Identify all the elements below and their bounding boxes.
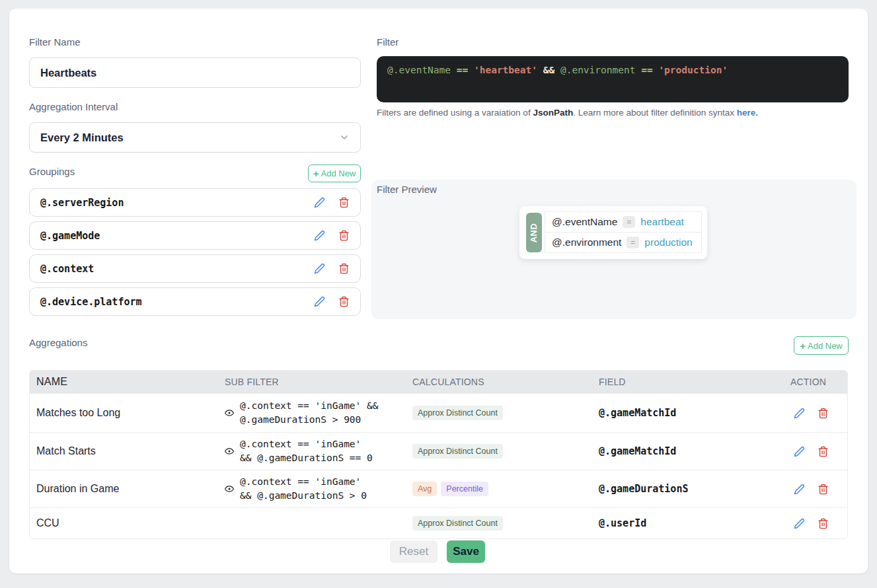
edit-pencil-icon[interactable] <box>313 263 325 275</box>
preview-condition: @.environment = production <box>545 232 702 253</box>
code-string: 'production' <box>658 65 728 75</box>
filter-name-label: Filter Name <box>29 36 81 48</box>
aggregation-interval-value: Every 2 Minutes <box>40 131 124 144</box>
and-operator-label: AND <box>529 223 539 242</box>
delete-trash-icon[interactable] <box>338 230 350 242</box>
help-prefix: Filters are defined using a varaiation o… <box>377 108 533 118</box>
plus-icon: + <box>800 341 806 351</box>
filter-preview-card: AND @.eventName = heartbeat @.environmen… <box>519 206 707 259</box>
plus-icon: + <box>313 168 319 178</box>
reset-button[interactable]: Reset <box>390 540 438 563</box>
grouping-value: @.context <box>40 263 94 275</box>
condition-operator-chip: = <box>627 237 639 249</box>
table-row: CCU Approx Distinct Count @.userId <box>30 507 847 538</box>
filter-preview-label: Filter Preview <box>377 184 437 195</box>
filter-name-value: Heartbeats <box>40 67 96 79</box>
aggregation-name: Duration in Game <box>30 483 225 495</box>
grouping-item: @.device.platform <box>29 287 361 316</box>
calculation-badge: Approx Distinct Count <box>412 516 503 531</box>
groupings-add-new-button[interactable]: + Add New <box>308 165 361 182</box>
filter-code-editor[interactable]: @.eventName == 'heartbeat' && @.environm… <box>377 56 849 102</box>
code-string: 'heartbeat' <box>474 65 537 75</box>
grouping-item: @.serverRegion <box>29 188 361 217</box>
column-header-name: NAME <box>30 376 225 388</box>
calculation-badge: Avg <box>412 482 437 497</box>
table-row: Matches too Long @.context == 'inGame' &… <box>30 393 847 432</box>
aggregations-label: Aggregations <box>29 337 87 348</box>
edit-pencil-icon[interactable] <box>313 296 325 308</box>
aggregation-interval-select[interactable]: Every 2 Minutes <box>29 122 361 153</box>
help-here-link[interactable]: here. <box>737 108 758 118</box>
column-header-action: ACTION <box>790 377 847 387</box>
aggregations-add-new-button[interactable]: + Add New <box>794 336 849 355</box>
delete-trash-icon[interactable] <box>338 263 350 275</box>
aggregation-field: @.gameDurationS <box>599 483 790 495</box>
aggregations-add-new-label: Add New <box>808 341 843 351</box>
aggregation-interval-label: Aggregation Interval <box>29 101 118 112</box>
filter-label: Filter <box>377 36 399 48</box>
grouping-value: @.device.platform <box>40 296 142 308</box>
column-header-calculations: CALCULATIONS <box>412 377 599 387</box>
filter-name-input[interactable]: Heartbeats <box>29 57 361 88</box>
condition-value: production <box>644 237 692 248</box>
code-operator: == <box>641 65 652 75</box>
and-operator-pill: AND <box>526 213 542 252</box>
filter-help-text: Filters are defined using a varaiation o… <box>377 108 758 118</box>
condition-operator-chip: = <box>623 216 635 229</box>
grouping-item: @.context <box>29 254 361 283</box>
groupings-label: Groupings <box>29 166 75 177</box>
sub-filter-code: @.context == 'inGame'&& @.gameDurationS … <box>240 437 373 465</box>
table-row: Match Starts @.context == 'inGame'&& @.g… <box>30 432 847 470</box>
aggregation-field: @.userId <box>599 517 790 529</box>
eye-icon[interactable] <box>225 484 234 494</box>
delete-trash-icon[interactable] <box>338 296 350 308</box>
edit-pencil-icon[interactable] <box>793 517 805 529</box>
delete-trash-icon[interactable] <box>338 197 350 209</box>
delete-trash-icon[interactable] <box>817 483 829 495</box>
code-path: @.environment <box>560 65 636 75</box>
edit-pencil-icon[interactable] <box>793 483 805 495</box>
aggregation-name: Matches too Long <box>30 407 225 419</box>
save-button[interactable]: Save <box>447 540 485 563</box>
table-header-row: NAME SUB FILTER CALCULATIONS FIELD ACTIO… <box>30 371 847 393</box>
preview-condition: @.eventName = heartbeat <box>545 211 702 233</box>
aggregation-name: CCU <box>30 517 225 529</box>
calculation-badge: Percentile <box>441 482 488 497</box>
aggregations-table: NAME SUB FILTER CALCULATIONS FIELD ACTIO… <box>29 370 848 539</box>
grouping-value: @.gameMode <box>40 230 100 242</box>
code-path: @.eventName <box>387 65 451 75</box>
help-middle: . Learn more about filter definition syn… <box>573 108 737 118</box>
delete-trash-icon[interactable] <box>817 407 829 419</box>
aggregation-field: @.gameMatchId <box>599 407 790 419</box>
aggregation-name: Match Starts <box>30 445 225 457</box>
delete-trash-icon[interactable] <box>817 517 829 529</box>
eye-icon[interactable] <box>225 447 234 456</box>
edit-pencil-icon[interactable] <box>793 445 805 457</box>
column-header-subfilter: SUB FILTER <box>225 377 412 387</box>
help-jsonpath: JsonPath <box>533 108 573 118</box>
chevron-down-icon <box>339 132 350 143</box>
code-and-operator: && <box>543 65 554 75</box>
grouping-item: @.gameMode <box>29 221 361 250</box>
aggregation-field: @.gameMatchId <box>599 445 790 457</box>
sub-filter-code: @.context == 'inGame' &&@.gameDurationS … <box>240 399 379 427</box>
edit-pencil-icon[interactable] <box>313 230 325 242</box>
sub-filter-code: @.context == 'inGame'&& @.gameDurationS … <box>240 475 367 503</box>
groupings-add-new-label: Add New <box>321 168 356 178</box>
delete-trash-icon[interactable] <box>817 445 829 457</box>
condition-path: @.eventName <box>552 216 617 228</box>
code-operator: == <box>457 65 468 75</box>
calculation-badge: Approx Distinct Count <box>412 444 503 459</box>
condition-path: @.environment <box>552 237 621 248</box>
filter-editor-card: Filter Name Heartbeats Aggregation Inter… <box>9 9 868 573</box>
filter-preview-panel: Filter Preview AND @.eventName = heartbe… <box>371 180 857 319</box>
eye-icon[interactable] <box>225 408 234 418</box>
table-row: Duration in Game @.context == 'inGame'&&… <box>30 470 847 507</box>
edit-pencil-icon[interactable] <box>793 407 805 419</box>
condition-value: heartbeat <box>640 216 684 228</box>
calculation-badge: Approx Distinct Count <box>412 406 503 421</box>
column-header-field: FIELD <box>599 377 790 387</box>
edit-pencil-icon[interactable] <box>313 197 325 209</box>
grouping-value: @.serverRegion <box>40 197 124 209</box>
